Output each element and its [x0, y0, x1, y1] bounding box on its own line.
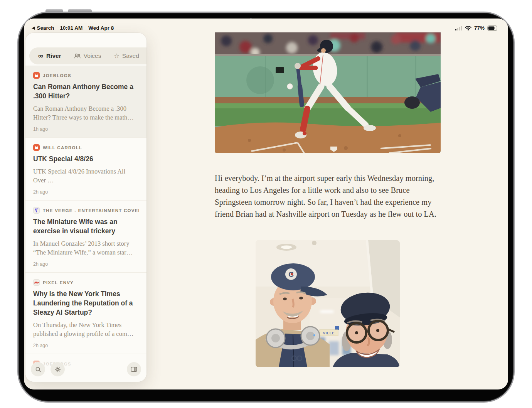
- tab-saved[interactable]: ☆ Saved: [114, 52, 139, 59]
- feed-summary: On Thursday, the New York Times publishe…: [33, 320, 139, 338]
- infinity-icon: ∞: [38, 52, 44, 59]
- feed-source: PIXEL ENVY: [43, 280, 74, 285]
- feed-time: 2h ago: [33, 261, 48, 267]
- search-button[interactable]: [31, 362, 45, 376]
- baseball-photo-illustration: [215, 32, 441, 153]
- pixel-envy-favicon: [33, 279, 40, 286]
- feed-time: 2h ago: [33, 189, 48, 195]
- will-carroll-favicon: [33, 144, 40, 151]
- battery-icon: [487, 25, 499, 31]
- feed-sidebar: ∞ River Voices ☆ Saved: [25, 33, 146, 382]
- feed-title: The Miniature Wife was an exercise in vi…: [33, 217, 139, 236]
- status-time: 10:01 AM: [60, 25, 83, 31]
- article-hero-photo-baseball: [215, 32, 441, 153]
- battery-percent: 77%: [474, 25, 485, 31]
- feed-title: Can Roman Anthony Become a .300 Hitter?: [33, 82, 139, 101]
- gear-icon: [55, 366, 61, 373]
- back-label: Search: [37, 25, 54, 31]
- feed-summary: Can Roman Anthony Become a .300 Hitter? …: [33, 104, 139, 122]
- selfie-photo-illustration: VILLE C: [256, 240, 400, 367]
- feed-source: THE VERGE - ENTERTAINMENT COVERA…: [43, 208, 139, 213]
- feed-item-the-verge[interactable]: THE VERGE - ENTERTAINMENT COVERA… The Mi…: [25, 200, 146, 272]
- tab-label: Saved: [122, 52, 139, 59]
- status-date: Wed Apr 8: [88, 25, 114, 31]
- tab-river[interactable]: ∞ River: [38, 52, 61, 59]
- feed-title: Why Is the New York Times Laundering the…: [33, 289, 139, 317]
- wifi-icon: [465, 26, 471, 30]
- feed-time: 1h ago: [33, 126, 48, 132]
- screen: ◀ Search 10:01 AM Wed Apr 8: [24, 19, 508, 389]
- tab-label: River: [46, 52, 61, 59]
- tab-label: Voices: [84, 52, 101, 59]
- back-to-app-button[interactable]: ◀ Search: [32, 25, 54, 31]
- settings-button[interactable]: [51, 362, 65, 376]
- tab-voices[interactable]: Voices: [74, 52, 101, 59]
- search-icon: [35, 366, 41, 373]
- status-bar: ◀ Search 10:01 AM Wed Apr 8: [24, 19, 508, 32]
- people-icon: [74, 53, 81, 59]
- star-icon: ☆: [114, 53, 119, 59]
- article-view: Hi everybody. I’m at the airport super e…: [215, 32, 441, 367]
- feed-source: JOEBLOGS: [43, 73, 71, 78]
- airport-sign-text: VILLE: [323, 331, 335, 335]
- verge-favicon: [33, 207, 40, 214]
- toggle-sidebar-button[interactable]: [127, 362, 141, 376]
- feed-title: UTK Special 4/8/26: [33, 154, 139, 164]
- ipad-device-frame: ◀ Search 10:01 AM Wed Apr 8: [17, 12, 515, 403]
- feed-summary: In Manuel Gonzales’ 2013 short story “Th…: [33, 239, 139, 257]
- feed-summary: UTK Special 4/8/26 Innovations All Over …: [33, 167, 139, 185]
- feed-list: JOEBLOGS Can Roman Anthony Become a .300…: [25, 66, 146, 382]
- sidebar-layout-icon: [131, 366, 137, 372]
- feed-tab-bar: ∞ River Voices ☆ Saved: [29, 47, 146, 64]
- sidebar-toolbar: [25, 352, 146, 382]
- feed-item-will-carroll[interactable]: WILL CARROLL UTK Special 4/8/26 UTK Spec…: [25, 137, 146, 200]
- feed-time: 2h ago: [33, 343, 48, 348]
- joeblogs-favicon: [33, 72, 40, 79]
- feed-source: WILL CARROLL: [43, 145, 82, 150]
- article-paragraph: Hi everybody. I’m at the airport super e…: [215, 172, 441, 220]
- article-photo-selfie: VILLE C: [256, 240, 400, 367]
- feed-item-joeblogs-1[interactable]: JOEBLOGS Can Roman Anthony Become a .300…: [25, 66, 146, 137]
- back-chevron-icon: ◀: [32, 26, 35, 30]
- feed-item-pixel-envy[interactable]: PIXEL ENVY Why Is the New York Times Lau…: [25, 272, 146, 354]
- cellular-signal-icon: [455, 26, 462, 30]
